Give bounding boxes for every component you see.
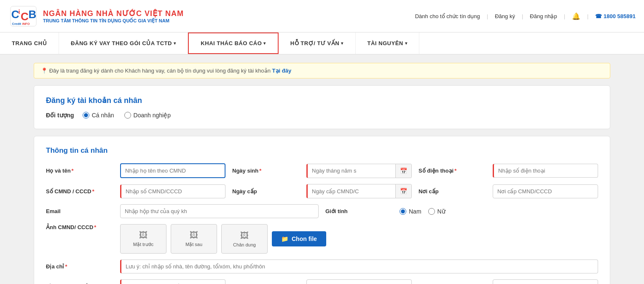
noi-cap-input[interactable] [493, 184, 598, 198]
email-input[interactable] [120, 204, 319, 218]
dia-chi-row: Địa chỉ [46, 260, 598, 273]
anh-cmnd-label: Ảnh CMND/ CCCD [46, 224, 113, 230]
nav-item-dang-ky-vay[interactable]: ĐĂNG KÝ VAY THEO GÓI CỦA TCTD ▾ [59, 32, 188, 54]
photo-upload-area: 🖼 Mặt trước 🖼 Mặt sau 🖼 Chân dung 📁 Chon… [120, 224, 598, 254]
nam-label: Nam [409, 208, 421, 215]
calendar-icon-1[interactable]: 📅 [395, 164, 411, 178]
arrow-icon-2: ▾ [263, 41, 266, 46]
register-card: Đăng ký tài khoản cá nhân Đối tượng Cá n… [34, 85, 610, 129]
nu-radio-label[interactable]: Nữ [428, 208, 445, 215]
so-dien-thoai-label: Số điện thoại [419, 168, 486, 174]
doanh-nghiep-radio[interactable] [124, 112, 131, 119]
dia-chi-input[interactable] [120, 260, 598, 273]
ngay-sinh-input[interactable] [308, 164, 395, 177]
ngay-cap-input-group: 📅 [306, 184, 412, 198]
image-icon-3: 🖼 [240, 231, 249, 241]
nav-label-trang-chu: TRANG CHỦ [12, 40, 47, 46]
svg-text:B: B [28, 8, 36, 20]
phone-number: ☎ 1800 585891 [595, 13, 636, 19]
chan-dung-box[interactable]: 🖼 Chân dung [221, 224, 268, 254]
nav-item-ho-tro[interactable]: HỖ TRỢ/ TƯ VẤN ▾ [279, 32, 356, 54]
image-icon-2: 🖼 [190, 230, 198, 240]
chon-file-button[interactable]: 📁 Chon file [272, 231, 326, 246]
ho-va-ten-input[interactable] [120, 163, 225, 178]
calendar-icon-2[interactable]: 📅 [395, 184, 411, 198]
mat-sau-box[interactable]: 🖼 Mặt sau [171, 224, 217, 254]
so-cmnd-label: Số CMND / CCCD [46, 188, 113, 195]
ca-nhan-radio[interactable] [83, 112, 89, 119]
header-right: Dành cho tổ chức tín dụng | Đăng ký | Đă… [415, 12, 636, 20]
nav-item-trang-chu[interactable]: TRANG CHỦ [0, 32, 59, 54]
mat-truoc-box[interactable]: 🖼 Mặt trước [120, 224, 166, 254]
phuong-xa-select[interactable]: Chọn phường/ xã [493, 279, 598, 284]
arrow-icon-1: ▾ [174, 41, 176, 46]
ngay-cap-input[interactable] [308, 185, 395, 198]
photo-row: Ảnh CMND/ CCCD 🖼 Mặt trước 🖼 Mặt sau 🖼 C… [46, 224, 598, 254]
logo-icon: C i C B Credit INFO [10, 5, 37, 28]
doi-tuong-row: Đối tượng Cá nhân Doanh nghiệp [46, 112, 598, 119]
ngay-sinh-input-group: 📅 [306, 164, 412, 178]
chan-dung-label: Chân dung [233, 242, 256, 247]
email-label: Email [46, 208, 113, 214]
personal-info-section: Thông tin cá nhân Họ và tên Ngày sinh 📅 … [34, 136, 610, 284]
notice-text: Đây là trang đăng ký dành cho Khách hàng… [49, 68, 271, 74]
sep4: | [587, 13, 588, 19]
nav-label-ho-tro: HỖ TRỢ/ TƯ VẤN [290, 40, 339, 46]
nav-item-tai-nguyen[interactable]: TÀI NGUYÊN ▾ [356, 32, 420, 54]
form-row-1: Họ và tên Ngày sinh 📅 Số điện thoại [46, 163, 598, 178]
notice-icon: 📍 [41, 68, 48, 74]
notice-bar: 📍 Đây là trang đăng ký dành cho Khách hà… [34, 63, 610, 78]
header: C i C B Credit INFO NGÂN HÀNG NHÀ NƯỚC V… [0, 0, 644, 32]
nu-radio[interactable] [428, 208, 435, 215]
nu-label: Nữ [437, 208, 445, 215]
notice-link[interactable]: Tại đây [272, 68, 292, 74]
header-title: NGÂN HÀNG NHÀ NƯỚC VIỆT NAM [43, 9, 184, 18]
sep1: | [487, 13, 488, 19]
quan-huyen-select[interactable]: Chọn quận/ huyện [306, 279, 412, 284]
folder-icon: 📁 [281, 235, 288, 242]
ngay-cap-label: Ngày cấp [232, 188, 300, 195]
logo-area: C i C B Credit INFO NGÂN HÀNG NHÀ NƯỚC V… [8, 3, 184, 29]
nam-radio-label[interactable]: Nam [400, 208, 421, 215]
mat-truoc-label: Mặt trước [133, 242, 154, 247]
form-row-2: Số CMND / CCCD Ngày cấp 📅 Nơi cấp [46, 184, 598, 198]
form-row-3: Email Giới tính Nam Nữ [46, 204, 598, 218]
arrow-icon-4: ▾ [405, 41, 408, 46]
nav-label-khai-thac: KHAI THÁC BÁO CÁO [201, 40, 262, 46]
main-content: 📍 Đây là trang đăng ký dành cho Khách hà… [0, 54, 644, 284]
header-subtitle: TRUNG TÂM THÔNG TIN TÍN DỤNG QUỐC GIA VI… [43, 18, 184, 24]
ngay-sinh-label: Ngày sinh [232, 168, 300, 174]
so-cmnd-input[interactable] [120, 184, 225, 198]
nam-radio[interactable] [400, 208, 406, 215]
logo-box: C i C B Credit INFO [8, 3, 38, 29]
ho-va-ten-label: Họ và tên [46, 168, 113, 174]
tinh-select[interactable]: Chọn tỉnh/ thành phố [120, 279, 225, 284]
svg-text:i: i [18, 8, 20, 15]
svg-text:INFO: INFO [22, 22, 30, 26]
dia-chi-label: Địa chỉ [46, 263, 113, 270]
nav-label-dang-ky-vay: ĐĂNG KÝ VAY THEO GÓI CỦA TCTD [71, 40, 172, 46]
svg-text:C: C [21, 10, 29, 23]
logo-text-area: NGÂN HÀNG NHÀ NƯỚC VIỆT NAM TRUNG TÂM TH… [43, 9, 184, 24]
register-link[interactable]: Đăng ký [495, 13, 515, 19]
svg-text:Credit: Credit [12, 22, 21, 26]
mat-sau-label: Mặt sau [185, 242, 202, 247]
doanh-nghiep-label: Doanh nghiệp [134, 112, 171, 119]
bell-icon[interactable]: 🔔 [572, 12, 580, 20]
nav-label-tai-nguyen: TÀI NGUYÊN [368, 40, 403, 46]
so-dien-thoai-input[interactable] [493, 164, 598, 178]
navbar: TRANG CHỦ ĐĂNG KÝ VAY THEO GÓI CỦA TCTD … [0, 32, 644, 54]
nav-item-khai-thac[interactable]: KHAI THÁC BÁO CÁO ▾ [188, 32, 279, 54]
doi-tuong-label: Đối tượng [46, 112, 74, 119]
org-link[interactable]: Dành cho tổ chức tín dụng [415, 13, 480, 19]
gender-radio-group: Nam Nữ [400, 208, 598, 215]
sep2: | [522, 13, 523, 19]
noi-cap-label: Nơi cấp [419, 188, 486, 195]
doanh-nghiep-radio-label[interactable]: Doanh nghiệp [124, 112, 171, 119]
ca-nhan-radio-label[interactable]: Cá nhân [83, 112, 114, 119]
login-link[interactable]: Đăng nhập [530, 13, 557, 19]
doi-tuong-radio-group: Cá nhân Doanh nghiệp [83, 112, 171, 119]
addr3-row: Tỉnh/Thành phố Chọn tỉnh/ thành phố Quận… [46, 279, 598, 284]
chon-file-label: Chon file [292, 235, 317, 242]
gioi-tinh-label: Giới tính [325, 208, 393, 214]
